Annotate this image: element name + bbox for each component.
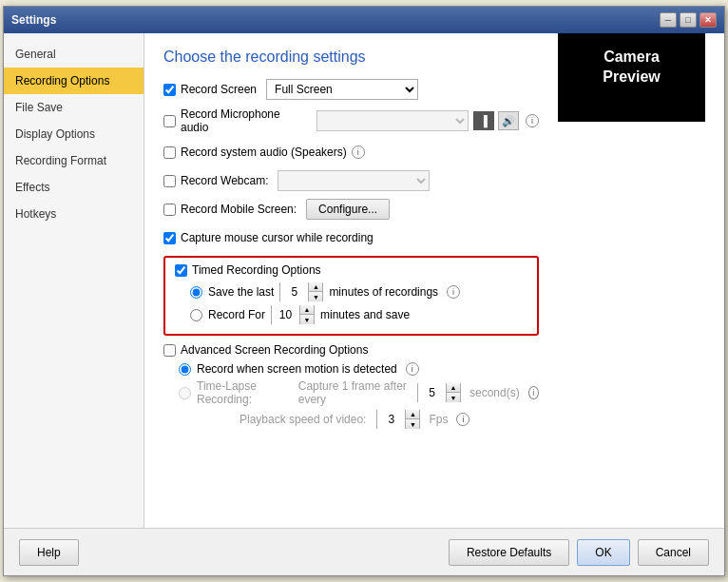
record-webcam-text: Record Webcam: xyxy=(181,174,268,187)
title-bar-controls: ─ □ ✕ xyxy=(660,12,717,28)
sidebar-item-general[interactable]: General xyxy=(4,41,144,68)
timelapse-spinner[interactable]: ▲ ▼ xyxy=(417,383,461,402)
record-for-row: Record For ▲ ▼ minutes and save xyxy=(175,305,527,324)
record-webcam-checkbox[interactable] xyxy=(163,175,176,187)
close-button[interactable]: ✕ xyxy=(699,12,717,28)
content-area: General Recording Options File Save Disp… xyxy=(4,33,724,528)
playback-input[interactable] xyxy=(377,410,406,429)
record-mobile-checkbox[interactable] xyxy=(163,204,176,216)
timelapse-spinner-btns: ▲ ▼ xyxy=(447,383,460,402)
record-for-post: minutes and save xyxy=(320,308,410,321)
capture-cursor-checkbox[interactable] xyxy=(163,232,176,244)
playback-spinner-btns: ▲ ▼ xyxy=(406,410,419,429)
timelapse-down[interactable]: ▼ xyxy=(447,393,460,402)
timelapse-info-icon[interactable]: i xyxy=(528,386,539,399)
sidebar-item-effects[interactable]: Effects xyxy=(4,174,144,201)
mic-icon: ▐ xyxy=(480,115,488,126)
timelapse-radio[interactable] xyxy=(179,387,191,399)
record-microphone-dropdown[interactable] xyxy=(316,110,469,131)
timed-header: Timed Recording Options xyxy=(175,263,527,277)
advanced-recording-checkbox[interactable] xyxy=(163,344,176,357)
save-last-down[interactable]: ▼ xyxy=(309,292,322,301)
cancel-button[interactable]: Cancel xyxy=(638,539,709,566)
record-for-radio[interactable] xyxy=(190,309,202,321)
record-motion-text: Record when screen motion is detected xyxy=(197,362,397,376)
playback-label: Playback speed of video: xyxy=(239,413,366,426)
timelapse-up[interactable]: ▲ xyxy=(447,383,460,393)
record-screen-text: Record Screen xyxy=(181,83,257,96)
record-for-spinner[interactable]: ▲ ▼ xyxy=(271,305,315,324)
camera-preview-line1: Camera xyxy=(603,48,660,65)
record-motion-info-icon[interactable]: i xyxy=(406,362,419,376)
restore-defaults-button[interactable]: Restore Defaults xyxy=(449,539,569,566)
sidebar-item-recording-format[interactable]: Recording Format xyxy=(4,147,144,174)
microphone-info-icon[interactable]: i xyxy=(526,114,539,127)
save-last-radio[interactable] xyxy=(190,286,202,299)
camera-preview-line2: Preview xyxy=(603,68,660,85)
sidebar: General Recording Options File Save Disp… xyxy=(4,33,144,528)
two-cols-layout: Record Screen Full Screen Custom Region … xyxy=(163,79,705,436)
playback-up[interactable]: ▲ xyxy=(406,410,419,419)
speaker-icon-box[interactable]: 🔊 xyxy=(498,111,519,130)
sidebar-item-recording-options[interactable]: Recording Options xyxy=(4,68,144,94)
advanced-recording-label: Advanced Screen Recording Options xyxy=(181,343,368,357)
main-content: Choose the recording settings Record Scr… xyxy=(144,33,724,528)
footer: Help Restore Defaults OK Cancel xyxy=(4,528,724,575)
record-system-text: Record system audio (Speakers) xyxy=(181,146,347,159)
timed-recording-label: Timed Recording Options xyxy=(192,263,321,277)
record-for-down[interactable]: ▼ xyxy=(300,315,314,324)
capture-cursor-text: Capture mouse cursor while recording xyxy=(181,231,374,244)
record-microphone-label[interactable]: Record Microphone audio xyxy=(163,107,307,134)
playback-spinner[interactable]: ▲ ▼ xyxy=(376,410,420,429)
record-system-label[interactable]: Record system audio (Speakers) xyxy=(163,146,347,159)
save-last-info-icon[interactable]: i xyxy=(447,285,460,299)
camera-preview-text: Camera Preview xyxy=(603,48,660,87)
settings-window: Settings ─ □ ✕ General Recording Options… xyxy=(3,6,725,576)
timelapse-input[interactable] xyxy=(418,383,447,402)
playback-info-icon[interactable]: i xyxy=(456,413,469,426)
playback-down[interactable]: ▼ xyxy=(406,419,419,429)
record-for-input[interactable] xyxy=(272,305,300,324)
record-webcam-dropdown[interactable] xyxy=(278,170,430,191)
record-webcam-row: Record Webcam: xyxy=(163,170,539,191)
record-mobile-text: Record Mobile Screen: xyxy=(181,203,297,216)
record-screen-row: Record Screen Full Screen Custom Region … xyxy=(163,79,539,100)
timelapse-row: Time-Lapse Recording: Capture 1 frame af… xyxy=(163,379,539,406)
save-last-input[interactable] xyxy=(280,282,309,301)
record-for-pre: Record For xyxy=(208,308,265,321)
maximize-button[interactable]: □ xyxy=(680,12,697,28)
timelapse-label-mid: Capture 1 frame after every xyxy=(298,379,407,406)
record-system-checkbox[interactable] xyxy=(163,146,176,159)
capture-cursor-label[interactable]: Capture mouse cursor while recording xyxy=(163,231,374,244)
sidebar-item-file-save[interactable]: File Save xyxy=(4,94,144,121)
configure-button[interactable]: Configure... xyxy=(306,199,390,220)
record-screen-checkbox[interactable] xyxy=(163,84,176,96)
timed-recording-checkbox[interactable] xyxy=(175,264,187,277)
save-last-up[interactable]: ▲ xyxy=(309,282,322,292)
record-microphone-checkbox[interactable] xyxy=(163,115,176,127)
record-webcam-label[interactable]: Record Webcam: xyxy=(163,174,268,187)
sidebar-item-hotkeys[interactable]: Hotkeys xyxy=(4,201,144,227)
save-last-spinner[interactable]: ▲ ▼ xyxy=(279,282,323,301)
speaker-icon: 🔊 xyxy=(502,115,515,127)
record-motion-radio[interactable] xyxy=(179,363,191,376)
record-system-row: Record system audio (Speakers) i xyxy=(163,142,539,163)
record-microphone-row: Record Microphone audio ▐ 🔊 xyxy=(163,107,539,134)
playback-unit: Fps xyxy=(429,413,448,426)
playback-row: Playback speed of video: ▲ ▼ Fps i xyxy=(163,410,539,429)
record-microphone-text: Record Microphone audio xyxy=(181,107,307,134)
record-mobile-label[interactable]: Record Mobile Screen: xyxy=(163,203,297,216)
audio-icons: ▐ 🔊 i xyxy=(473,111,539,130)
record-screen-dropdown[interactable]: Full Screen Custom Region Window xyxy=(266,79,418,100)
main-left: Record Screen Full Screen Custom Region … xyxy=(163,79,539,436)
ok-button[interactable]: OK xyxy=(577,539,629,566)
sidebar-item-display-options[interactable]: Display Options xyxy=(4,121,144,147)
help-button[interactable]: Help xyxy=(19,539,79,566)
footer-right: Restore Defaults OK Cancel xyxy=(449,539,709,566)
minimize-button[interactable]: ─ xyxy=(660,12,677,28)
system-audio-info-icon[interactable]: i xyxy=(352,146,365,159)
record-for-up[interactable]: ▲ xyxy=(300,305,314,315)
advanced-header: Advanced Screen Recording Options xyxy=(163,343,539,357)
record-screen-label[interactable]: Record Screen xyxy=(163,83,257,96)
mic-icon-box[interactable]: ▐ xyxy=(473,111,494,130)
